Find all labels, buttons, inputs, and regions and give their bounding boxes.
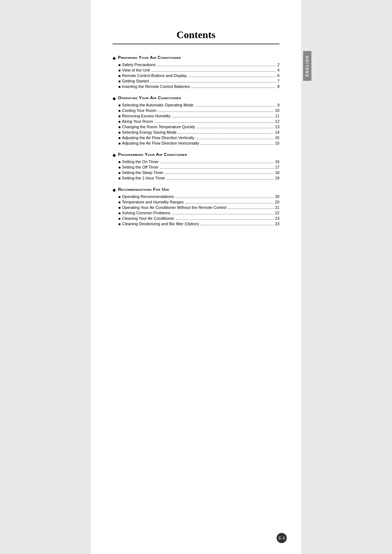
section-title-recommendations: Recommendations For Use bbox=[118, 187, 169, 191]
bullet-icon: ■ bbox=[118, 176, 121, 180]
list-item: ■Removing Excess Humidity11 bbox=[113, 114, 279, 118]
page-number-ref: 20 bbox=[275, 200, 279, 204]
page-number-ref: 23 bbox=[275, 222, 279, 226]
bullet-icon: ■ bbox=[118, 195, 121, 199]
page-number-ref: 18 bbox=[275, 170, 279, 175]
bullet-icon: ■ bbox=[118, 165, 121, 169]
dot-leader bbox=[197, 128, 274, 128]
item-label: Adjusting the Air Flow Direction Horizon… bbox=[122, 141, 199, 145]
list-item: ■Airing Your Room12 bbox=[113, 119, 279, 124]
dot-leader bbox=[228, 209, 273, 209]
list-item: ■Cleaning Your Air Conditioner23 bbox=[113, 216, 279, 221]
list-item: ■Setting the 1 Hour Timer19 bbox=[113, 176, 279, 181]
list-item: ■Safety Precautions2 bbox=[113, 62, 279, 67]
item-label: Setting the Sleep Timer bbox=[122, 170, 163, 175]
page-number-ref: 7 bbox=[277, 79, 279, 83]
list-item: ■View of the Unit4 bbox=[113, 68, 279, 73]
item-label: Adjusting the Air Flow Direction Vertica… bbox=[122, 136, 194, 140]
dot-leader bbox=[201, 144, 274, 145]
document-page: ENGLISH Contents ◆Preparing Your Air Con… bbox=[91, 0, 301, 554]
item-label: Removing Excess Humidity bbox=[122, 114, 171, 118]
bullet-icon: ■ bbox=[118, 211, 121, 215]
item-label: Temperature and Humidity Ranges bbox=[122, 200, 184, 204]
list-item: ■Setting the On Timer16 bbox=[113, 159, 279, 164]
dot-leader bbox=[185, 203, 274, 203]
section-title-preparing: Preparing Your Air Conditioner bbox=[118, 55, 181, 60]
page-number-ref: 17 bbox=[275, 165, 279, 169]
section-preparing: ◆Preparing Your Air Conditioner■Safety P… bbox=[113, 55, 279, 89]
dot-leader bbox=[172, 214, 273, 214]
dot-leader bbox=[160, 163, 274, 163]
dot-leader bbox=[158, 112, 274, 112]
section-header-recommendations: ◆Recommendations For Use bbox=[113, 187, 279, 193]
item-label: Cleaning Deodorizing and Bio filter (Opt… bbox=[122, 222, 199, 226]
item-label: Remote Control-Buttons and Display bbox=[122, 73, 187, 78]
bullet-icon: ■ bbox=[118, 141, 121, 145]
item-label: Operating Recommendations bbox=[122, 194, 174, 199]
bullet-icon: ■ bbox=[118, 79, 121, 83]
dot-leader bbox=[188, 77, 276, 77]
section-title-operating: Operating Your Air Conditioner bbox=[118, 96, 181, 100]
dot-leader bbox=[175, 198, 274, 198]
page-number-ref: 16 bbox=[275, 159, 279, 164]
item-label: Setting the On Timer bbox=[122, 159, 159, 164]
list-item: ■Adjusting the Air Flow Direction Vertic… bbox=[113, 136, 279, 140]
item-label: Changing the Room Temperature Quickly bbox=[122, 125, 195, 129]
list-item: ■Cooling Your Room10 bbox=[113, 108, 279, 113]
bullet-icon: ■ bbox=[118, 109, 121, 113]
list-item: ■Selecting Energy Saving Mode14 bbox=[113, 130, 279, 135]
diamond-icon: ◆ bbox=[113, 56, 116, 61]
page-number-ref: 9 bbox=[277, 103, 279, 107]
bullet-icon: ■ bbox=[118, 217, 121, 221]
item-label: View of the Unit bbox=[122, 68, 150, 72]
item-label: Setting the 1 Hour Timer bbox=[122, 176, 165, 180]
section-header-programming: ◆Programming Your Air Conditioner bbox=[113, 152, 279, 158]
section-header-preparing: ◆Preparing Your Air Conditioner bbox=[113, 55, 279, 61]
bullet-icon: ■ bbox=[118, 85, 121, 89]
item-label: Selecting Energy Saving Mode bbox=[122, 130, 176, 134]
diamond-icon: ◆ bbox=[113, 96, 116, 101]
list-item: ■Getting Started7 bbox=[113, 79, 279, 84]
title-divider bbox=[113, 44, 279, 44]
bullet-icon: ■ bbox=[118, 68, 121, 72]
page-number-ref: 19 bbox=[275, 176, 279, 180]
page-number-ref: 8 bbox=[277, 84, 279, 89]
dot-leader bbox=[191, 88, 276, 88]
bullet-icon: ■ bbox=[118, 136, 121, 140]
item-label: Safety Precautions bbox=[122, 62, 155, 67]
page-number: E-3 bbox=[277, 533, 287, 543]
list-item: ■Temperature and Humidity Ranges20 bbox=[113, 200, 279, 205]
toc-container: ◆Preparing Your Air Conditioner■Safety P… bbox=[113, 55, 279, 226]
list-item: ■Adjusting the Air Flow Direction Horizo… bbox=[113, 141, 279, 146]
page-title: Contents bbox=[113, 29, 279, 41]
bullet-icon: ■ bbox=[118, 125, 121, 129]
item-label: Cooling Your Room bbox=[122, 108, 156, 113]
page-number-ref: 20 bbox=[275, 194, 279, 199]
page-number-ref: 23 bbox=[275, 216, 279, 221]
item-label: Cleaning Your Air Conditioner bbox=[122, 216, 174, 221]
diamond-icon: ◆ bbox=[113, 187, 116, 193]
list-item: ■Inserting the Remote Control Batteries8 bbox=[113, 84, 279, 89]
dot-leader bbox=[160, 168, 274, 169]
dot-leader bbox=[165, 174, 273, 174]
bullet-icon: ■ bbox=[118, 206, 121, 210]
list-item: ■Changing the Room Temperature Quickly13 bbox=[113, 125, 279, 129]
dot-leader bbox=[167, 179, 273, 179]
dot-leader bbox=[178, 133, 273, 134]
item-label: Inserting the Remote Control Batteries bbox=[122, 84, 190, 89]
dot-leader bbox=[150, 82, 276, 82]
page-number-ref: 13 bbox=[275, 125, 279, 129]
list-item: ■Setting the Sleep Timer18 bbox=[113, 170, 279, 175]
page-number-ref: 6 bbox=[277, 73, 279, 78]
dot-leader bbox=[196, 139, 273, 139]
bullet-icon: ■ bbox=[118, 160, 121, 164]
dot-leader bbox=[155, 122, 274, 123]
page-number-ref: 4 bbox=[277, 68, 279, 72]
dot-leader bbox=[157, 66, 275, 66]
page-number-ref: 15 bbox=[275, 141, 279, 145]
diamond-icon: ◆ bbox=[113, 153, 116, 158]
dot-leader bbox=[200, 225, 274, 225]
page-number-ref: 14 bbox=[275, 130, 279, 134]
item-label: Solving Common Problems bbox=[122, 211, 170, 215]
page-number-ref: 22 bbox=[275, 211, 279, 215]
